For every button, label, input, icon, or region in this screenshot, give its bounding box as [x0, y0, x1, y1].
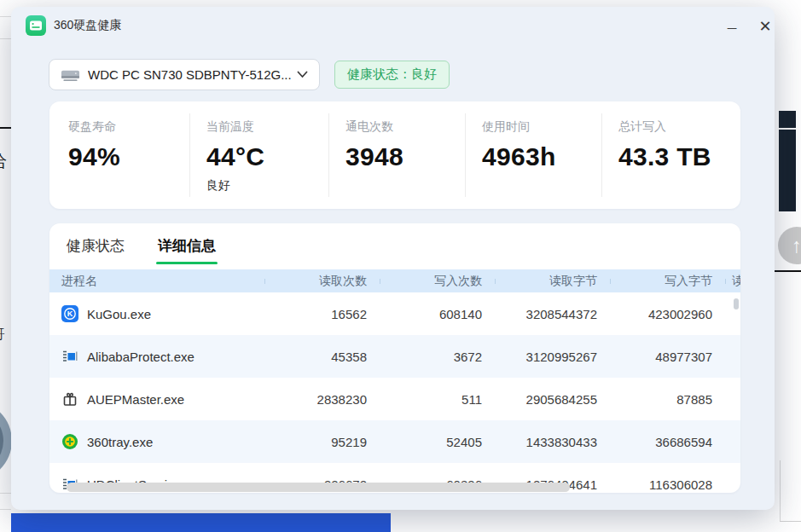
- table-cell: 2838230: [264, 392, 380, 407]
- background-dark-strip: [779, 111, 796, 211]
- minimize-button[interactable]: ─: [721, 20, 743, 35]
- app-logo-icon: [26, 15, 46, 36]
- scroll-to-top-button[interactable]: ↑: [778, 227, 801, 264]
- tab-health-status[interactable]: 健康状态: [67, 236, 125, 264]
- background-grid-line: [0, 38, 11, 39]
- table-cell: 423002960: [610, 307, 725, 321]
- kugou-icon: K: [61, 305, 78, 322]
- detail-panel: 健康状态详细信息 进程名读取次数写入次数读取字节写入字节读 KKuGou.exe…: [49, 223, 740, 493]
- stat-label: 当前温度: [206, 119, 322, 135]
- alibaba-protect-icon: [61, 348, 78, 365]
- background-rule-line: [775, 270, 801, 272]
- table-cell: 3672: [380, 350, 495, 364]
- stat-value: 43.3 TB: [618, 142, 734, 171]
- close-button[interactable]: ✕: [754, 17, 776, 36]
- table-cell: 36686594: [610, 435, 725, 449]
- column-header: 读取字节: [495, 274, 610, 289]
- horizontal-scrollbar-thumb[interactable]: [67, 483, 570, 492]
- stat-card: 总计写入43.3 TB: [601, 113, 740, 197]
- stat-card: 当前温度44°C良好: [189, 113, 328, 197]
- background-rule-line: [0, 127, 11, 129]
- table-body: KKuGou.exe165626081403208544372423002960…: [49, 292, 740, 493]
- titlebar: 360硬盘健康: [11, 7, 775, 44]
- process-name: AUEPMaster.exe: [87, 392, 184, 407]
- stat-value: 94%: [68, 142, 183, 171]
- chevron-down-icon: [297, 71, 308, 78]
- table-row[interactable]: 360tray.exe9521952405143383043336686594: [49, 420, 740, 463]
- stat-sub: [618, 178, 734, 192]
- stat-label: 总计写入: [618, 119, 734, 135]
- column-header: 读: [725, 274, 740, 289]
- column-header: 写入字节: [610, 274, 725, 289]
- background-clipped-text: 哥: [0, 327, 5, 343]
- background-blue-bar: [11, 513, 391, 532]
- stat-value: 4963h: [482, 142, 595, 171]
- drive-selector-dropdown[interactable]: WDC PC SN730 SDBPNTY-512G...: [49, 59, 320, 90]
- stat-value: 3948: [345, 142, 458, 171]
- table-cell: 16562: [264, 307, 380, 321]
- process-name-cell: AUEPMaster.exe: [49, 390, 264, 408]
- column-header: 读取次数: [264, 274, 380, 289]
- stat-label: 使用时间: [482, 119, 595, 135]
- stat-card: 使用时间4963h: [465, 113, 601, 197]
- process-name-cell: AlibabaProtect.exe: [49, 348, 264, 365]
- tab-details[interactable]: 详细信息: [158, 236, 216, 264]
- background-grid-line: [780, 521, 801, 522]
- table-row[interactable]: AUEPMaster.exe2838230511290568425587885: [49, 378, 740, 420]
- health-status-badge-text: 健康状态：良好: [347, 66, 437, 83]
- hard-drive-icon: [61, 68, 80, 82]
- table-cell: 3120995267: [495, 350, 610, 364]
- table-cell: 1433830433: [495, 435, 610, 449]
- table-cell: 95219: [264, 435, 380, 449]
- table-cell: 608140: [380, 307, 495, 321]
- background-grid-line: [780, 460, 781, 522]
- background-clipped-text: 给: [0, 150, 7, 173]
- table-header-row: 进程名读取次数写入次数读取字节写入字节读: [49, 269, 740, 292]
- table-row[interactable]: AlibabaProtect.exe4535836723120995267489…: [49, 335, 740, 378]
- stat-sub: 良好: [206, 178, 322, 194]
- stat-card: 硬盘寿命94%: [49, 113, 189, 197]
- background-grid-line: [0, 493, 11, 494]
- disk-health-window: 360硬盘健康 ─ ✕ WDC PC SN730 SDBPNTY-512G...…: [11, 7, 775, 510]
- column-header: 进程名: [49, 274, 264, 289]
- table-cell: 87885: [610, 392, 725, 407]
- table-cell: 116306028: [610, 477, 725, 492]
- table-cell: 3208544372: [495, 307, 610, 321]
- background-grid-line: [0, 16, 11, 17]
- table-cell: 2905684255: [495, 392, 610, 407]
- health-status-badge: 健康状态：良好: [334, 61, 450, 89]
- vertical-scrollbar-thumb[interactable]: [734, 298, 739, 309]
- table-cell: 48977307: [610, 350, 725, 364]
- stat-value: 44°C: [206, 142, 322, 171]
- table-cell: 52405: [380, 435, 495, 449]
- process-name-cell: KKuGou.exe: [49, 305, 264, 322]
- table-cell: 511: [380, 392, 495, 407]
- process-name: KuGou.exe: [87, 307, 151, 321]
- arrow-up-icon: ↑: [792, 234, 801, 257]
- auep-master-icon: [61, 390, 78, 408]
- stat-sub: [345, 178, 458, 192]
- stat-sub: [68, 178, 183, 192]
- tab-bar: 健康状态详细信息: [49, 223, 740, 264]
- process-name: AlibabaProtect.exe: [87, 350, 194, 364]
- process-name: 360tray.exe: [87, 435, 153, 449]
- stat-label: 硬盘寿命: [68, 119, 183, 135]
- stat-label: 通电次数: [345, 119, 458, 135]
- window-title: 360硬盘健康: [54, 18, 121, 33]
- svg-text:K: K: [67, 309, 73, 318]
- process-name-cell: 360tray.exe: [49, 433, 264, 450]
- table-row[interactable]: KKuGou.exe165626081403208544372423002960: [49, 292, 740, 335]
- 360tray-icon: [61, 433, 78, 450]
- column-header: 写入次数: [380, 274, 495, 289]
- selected-drive-label: WDC PC SN730 SDBPNTY-512G...: [88, 67, 292, 82]
- stats-row: 硬盘寿命94%当前温度44°C良好通电次数3948使用时间4963h总计写入43…: [49, 101, 740, 209]
- stat-sub: [482, 178, 595, 192]
- stat-card: 通电次数3948: [328, 113, 465, 197]
- table-cell: 45358: [264, 350, 380, 364]
- background-grid-line: [0, 509, 11, 510]
